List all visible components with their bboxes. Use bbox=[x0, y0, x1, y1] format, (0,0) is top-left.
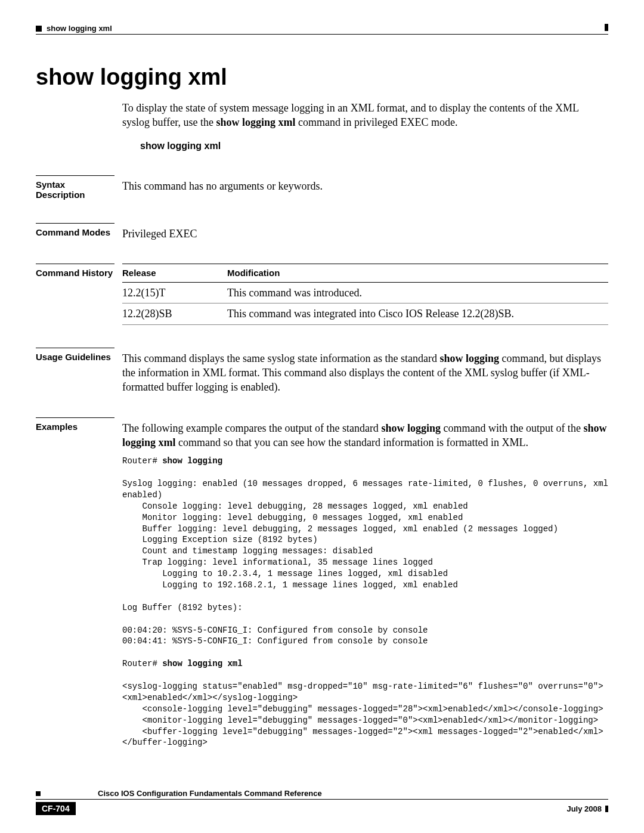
code-block-1: Router# show logging Syslog logging: ena… bbox=[122, 456, 608, 748]
section-examples: Examples The following example compares … bbox=[36, 417, 608, 749]
cell-release: 12.2(15)T bbox=[122, 283, 227, 304]
cell-release: 12.2(28)SB bbox=[122, 304, 227, 324]
section-label: Command Modes bbox=[36, 223, 114, 237]
running-header-text: show logging xml bbox=[47, 24, 112, 33]
table-row: 12.2(15)T This command was introduced. bbox=[122, 283, 608, 304]
cell-modification: This command was introduced. bbox=[227, 283, 608, 304]
code2-cmd: show logging xml bbox=[162, 659, 242, 668]
code2-prompt: Router# bbox=[122, 659, 162, 668]
section-body: Privileged EXEC bbox=[122, 223, 608, 241]
running-header: show logging xml bbox=[36, 24, 608, 33]
history-table: Release Modification 12.2(15)T This comm… bbox=[122, 264, 608, 325]
footer-date: July 2008 bbox=[566, 804, 608, 813]
section-command-history: Command History Release Modification 12.… bbox=[36, 264, 608, 325]
col-modification: Modification bbox=[227, 264, 608, 282]
footer-date-text: July 2008 bbox=[566, 804, 602, 813]
header-rule bbox=[36, 34, 608, 35]
footer-book-title: Cisco IOS Configuration Fundamentals Com… bbox=[98, 789, 322, 798]
syntax-literal: show logging xml bbox=[140, 141, 608, 151]
cell-modification: This command was integrated into Cisco I… bbox=[227, 304, 608, 324]
intro-post: command in privileged EXEC mode. bbox=[295, 116, 457, 128]
ex-pre: The following example compares the outpu… bbox=[122, 422, 381, 434]
section-body: The following example compares the outpu… bbox=[122, 417, 608, 749]
section-body: This command has no arguments or keyword… bbox=[122, 175, 608, 200]
footer-bar-icon bbox=[605, 806, 608, 812]
ex-mid: command with the output of the bbox=[441, 422, 583, 434]
intro-paragraph: To display the state of system message l… bbox=[122, 101, 608, 130]
table-row: 12.2(28)SB This command was integrated i… bbox=[122, 304, 608, 324]
section-syntax-description: Syntax Description This command has no a… bbox=[36, 175, 608, 200]
code2-body: <syslog-logging status="enabled" msg-dro… bbox=[122, 682, 603, 747]
ex-cmd1: show logging bbox=[381, 422, 441, 434]
page-footer: Cisco IOS Configuration Fundamentals Com… bbox=[36, 789, 608, 815]
footer-square-icon bbox=[36, 791, 41, 796]
corner-mark bbox=[605, 24, 608, 31]
section-body: This command displays the same syslog st… bbox=[122, 348, 608, 395]
examples-para: The following example compares the outpu… bbox=[122, 421, 608, 450]
section-command-modes: Command Modes Privileged EXEC bbox=[36, 223, 608, 241]
code1-body: Syslog logging: enabled (10 messages dro… bbox=[122, 479, 613, 646]
page-number: CF-704 bbox=[36, 802, 76, 815]
section-usage-guidelines: Usage Guidelines This command displays t… bbox=[36, 348, 608, 395]
col-release: Release bbox=[122, 264, 227, 282]
section-label: Usage Guidelines bbox=[36, 348, 114, 362]
code1-cmd: show logging bbox=[162, 456, 222, 466]
ex-post: command so that you can see how the stan… bbox=[176, 436, 528, 448]
usage-pre: This command displays the same syslog st… bbox=[122, 352, 439, 364]
page-title: show logging xml bbox=[36, 64, 608, 90]
section-label: Syntax Description bbox=[36, 175, 114, 200]
section-label: Examples bbox=[36, 417, 114, 432]
section-label: Command History bbox=[36, 264, 114, 278]
usage-cmd: show logging bbox=[439, 352, 499, 364]
intro-command: show logging xml bbox=[216, 116, 295, 128]
header-square-icon bbox=[36, 26, 42, 32]
code1-prompt: Router# bbox=[122, 456, 162, 466]
